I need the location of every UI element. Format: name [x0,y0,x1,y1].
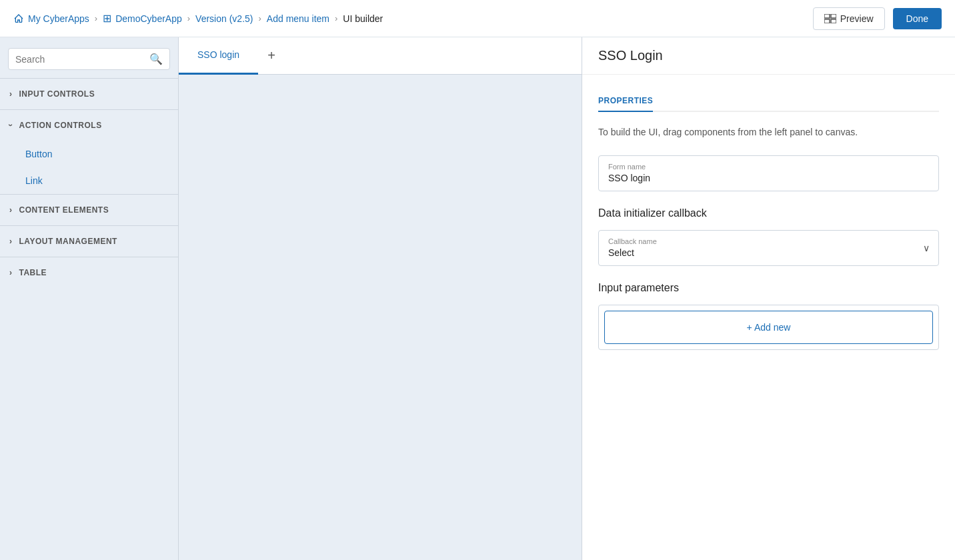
section-input-controls: › INPUT CONTROLS [0,78,178,109]
left-sidebar: 🔍 › INPUT CONTROLS › ACTION CONTROLS But… [0,37,179,560]
right-panel-header: SSO Login [582,37,955,75]
chevron-right-icon-2: › [9,205,13,215]
svg-rect-3 [831,19,836,23]
input-params-container: + Add new [598,305,939,350]
canvas-content [179,75,582,560]
properties-tabs: PROPERTIES [598,91,939,112]
right-panel-body: PROPERTIES To build the UI, drag compone… [582,75,955,560]
section-action-controls: › ACTION CONTROLS Button Link [0,109,178,194]
section-layout-management: › LAYOUT MANAGEMENT [0,225,178,257]
chevron-down-icon: › [6,124,15,127]
input-parameters-group: Input parameters + Add new [598,282,939,350]
callback-label: Callback name [608,237,929,245]
form-name-label: Form name [608,163,929,171]
search-bar: 🔍 [8,48,170,70]
data-initializer-title: Data initializer callback [598,207,939,219]
nav-menu-item[interactable]: Add menu item [267,13,329,24]
section-content-elements: › CONTENT ELEMENTS [0,194,178,225]
layout-management-header[interactable]: › LAYOUT MANAGEMENT [0,226,178,257]
grid-icon: ⊞ [103,12,111,25]
canvas-tabs: SSO login + [179,37,582,75]
preview-button[interactable]: Preview [813,7,885,30]
callback-field[interactable]: Callback name Select [598,230,939,266]
home-icon [13,13,24,24]
form-name-group: Form name [598,155,939,191]
chevron-right-icon-4: › [9,268,13,277]
data-initializer-group: Data initializer callback Callback name … [598,207,939,266]
nav-chevron-2: › [187,13,190,23]
canvas-area: SSO login + [179,37,582,560]
search-icon[interactable]: 🔍 [149,53,163,65]
sidebar-item-link[interactable]: Link [0,167,178,194]
section-table: › TABLE [0,257,178,288]
top-navigation: My CyberApps › ⊞ DemoCyberApp › Version … [0,0,955,37]
add-tab-button[interactable]: + [258,37,285,75]
input-controls-header[interactable]: › INPUT CONTROLS [0,79,178,109]
nav-chevron-4: › [335,13,337,23]
callback-value: Select [608,247,634,258]
action-controls-items: Button Link [0,141,178,194]
form-name-field: Form name [598,155,939,191]
input-parameters-title: Input parameters [598,282,939,294]
tab-properties[interactable]: PROPERTIES [598,91,653,112]
form-name-input[interactable] [608,173,929,183]
add-new-button[interactable]: + Add new [604,311,933,344]
right-panel: SSO Login PROPERTIES To build the UI, dr… [582,37,955,560]
nav-chevron-3: › [258,13,261,23]
nav-chevron-1: › [95,13,97,23]
panel-title: SSO Login [598,48,663,63]
chevron-right-icon: › [9,89,13,99]
svg-rect-0 [824,14,830,18]
done-button[interactable]: Done [893,8,942,29]
chevron-right-icon-3: › [9,237,13,246]
nav-version[interactable]: Version (v2.5) [195,13,253,24]
nav-home[interactable]: My CyberApps [13,13,89,24]
svg-rect-1 [831,14,836,18]
search-input[interactable] [15,54,149,65]
content-elements-header[interactable]: › CONTENT ELEMENTS [0,195,178,225]
svg-rect-2 [824,19,830,23]
help-text: To build the UI, drag components from th… [598,125,939,139]
table-icon [824,14,836,23]
table-header[interactable]: › TABLE [0,257,178,288]
canvas-tab-sso[interactable]: SSO login [179,37,258,75]
nav-app[interactable]: ⊞ DemoCyberApp [103,12,182,25]
nav-current: UI builder [343,13,383,24]
sidebar-item-button[interactable]: Button [0,141,178,167]
action-controls-header[interactable]: › ACTION CONTROLS [0,110,178,141]
callback-select-wrapper: Callback name Select ∨ [598,230,939,266]
main-layout: 🔍 › INPUT CONTROLS › ACTION CONTROLS But… [0,37,955,560]
